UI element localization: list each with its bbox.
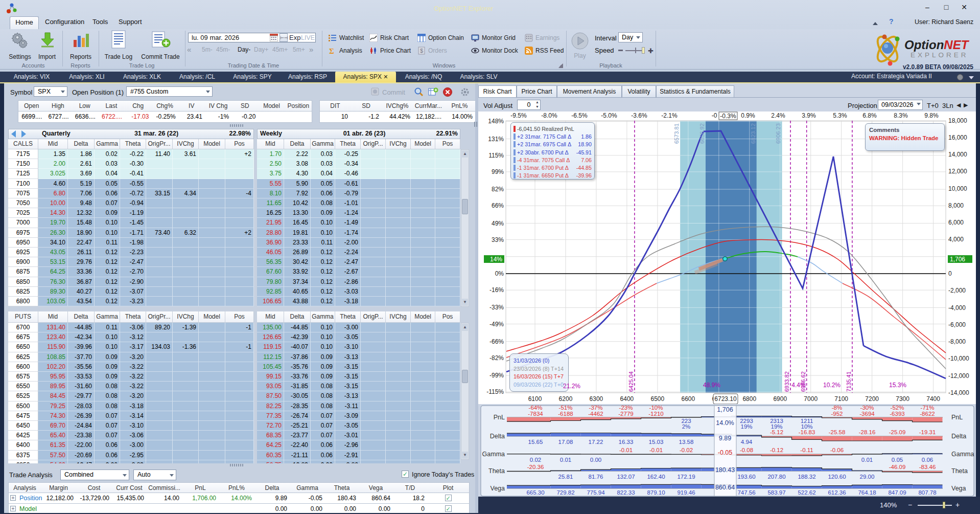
svg-text:Delta: Delta	[951, 433, 966, 440]
svg-text:-10%: -10%	[649, 405, 663, 411]
svg-text:6.8%: 6.8%	[862, 112, 877, 119]
svg-text:17.08: 17.08	[558, 439, 573, 445]
svg-text:-8.0%: -8.0%	[541, 112, 557, 119]
svg-text:879.10: 879.10	[647, 489, 665, 496]
svg-text:Gamma: Gamma	[951, 451, 974, 458]
svg-text:25.81: 25.81	[558, 474, 573, 480]
svg-text:-30%: -30%	[860, 405, 874, 411]
svg-text:-33%: -33%	[489, 304, 504, 311]
svg-text:115%: 115%	[488, 152, 504, 159]
svg-text:6300: 6300	[590, 395, 603, 403]
svg-text:10.2%: 10.2%	[823, 382, 841, 389]
svg-text:6573.81: 6573.81	[673, 123, 680, 144]
svg-text:Σ: Σ	[329, 47, 334, 55]
svg-text:-4462: -4462	[588, 411, 603, 417]
svg-text:6500: 6500	[651, 395, 665, 403]
svg-text:-99%: -99%	[489, 372, 504, 379]
svg-text:Theta: Theta	[951, 467, 968, 475]
svg-text:-10,000: -10,000	[948, 355, 969, 362]
svg-text:0.01: 0.01	[861, 457, 873, 463]
svg-text:14%: 14%	[490, 256, 502, 263]
svg-text:4.94: 4.94	[741, 439, 753, 445]
svg-text:Vega: Vega	[951, 485, 966, 492]
svg-text:-20.36: -20.36	[527, 464, 544, 470]
svg-text:-6188: -6188	[558, 411, 573, 417]
svg-text:747.56: 747.56	[737, 489, 755, 496]
svg-text:14.0%: 14.0%	[716, 419, 734, 427]
svg-text:-25.09: -25.09	[889, 429, 906, 435]
svg-text:-64%: -64%	[529, 405, 543, 411]
svg-text:775.94: 775.94	[587, 489, 605, 496]
svg-text:8,000: 8,000	[948, 202, 964, 209]
svg-text:-0.3%: -0.3%	[720, 113, 736, 120]
svg-text:-2779: -2779	[618, 411, 633, 417]
svg-text:0.01: 0.01	[560, 457, 571, 463]
svg-text:-8%: -8%	[832, 405, 842, 411]
svg-text:12,000: 12,000	[948, 168, 967, 175]
svg-text:-19.31: -19.31	[919, 429, 936, 435]
svg-text:14,000: 14,000	[948, 151, 967, 158]
svg-text:-4,000: -4,000	[948, 304, 966, 311]
svg-text:-23%: -23%	[619, 405, 633, 411]
svg-text:-8,000: -8,000	[948, 338, 966, 345]
svg-text:665.30: 665.30	[526, 489, 544, 496]
svg-text:-0.02: -0.02	[680, 447, 693, 453]
svg-text:207.80: 207.80	[767, 474, 785, 480]
svg-text:-51%: -51%	[559, 405, 573, 411]
svg-text:18,000: 18,000	[948, 117, 967, 124]
svg-text:48.9%: 48.9%	[703, 382, 720, 389]
svg-text:6723.10: 6723.10	[714, 395, 737, 403]
svg-text:-1210: -1210	[648, 411, 663, 417]
svg-text:-6.5%: -6.5%	[571, 112, 588, 119]
svg-text:729.82: 729.82	[556, 489, 574, 496]
svg-text:-28.16: -28.16	[859, 429, 876, 435]
svg-text:2.4%: 2.4%	[771, 112, 785, 119]
svg-text:-0.01: -0.01	[649, 447, 663, 453]
svg-text:-83.46: -83.46	[919, 464, 936, 470]
svg-text:PnL: PnL	[951, 414, 963, 421]
svg-text:583.97: 583.97	[767, 489, 785, 496]
svg-text:-6393: -6393	[890, 411, 904, 417]
svg-text:81.76: 81.76	[589, 474, 603, 480]
svg-text:3.9%: 3.9%	[802, 112, 816, 119]
svg-text:7000: 7000	[804, 395, 818, 403]
svg-text:0.00: 0.00	[590, 457, 601, 463]
svg-text:6425.04: 6425.04	[628, 371, 634, 392]
svg-text:-6,000: -6,000	[948, 321, 966, 328]
svg-text:66%: 66%	[492, 202, 504, 209]
svg-text:6823.12: 6823.12	[750, 123, 756, 144]
svg-text:6200: 6200	[559, 395, 573, 403]
svg-text:9.89: 9.89	[719, 435, 731, 442]
svg-text:-0.11: -0.11	[800, 447, 813, 453]
svg-text:0%: 0%	[495, 270, 504, 277]
svg-text:-5.0%: -5.0%	[601, 112, 617, 119]
svg-text:6,000: 6,000	[948, 219, 964, 226]
svg-text:-37%: -37%	[589, 405, 603, 411]
svg-text:17.22: 17.22	[589, 439, 603, 445]
svg-text:-952: -952	[831, 411, 843, 417]
svg-text:0.06: 0.06	[922, 457, 933, 463]
svg-text:7400: 7400	[926, 395, 940, 403]
svg-text:860.64: 860.64	[715, 484, 735, 491]
svg-text:-82%: -82%	[489, 354, 504, 362]
svg-text:6600: 6600	[681, 395, 695, 403]
svg-text:6656.92: 6656.92	[699, 123, 705, 144]
svg-text:29.00: 29.00	[860, 474, 875, 480]
svg-text:7200: 7200	[865, 395, 879, 403]
svg-text:16.33: 16.33	[619, 439, 634, 445]
svg-text:193.60: 193.60	[737, 474, 755, 480]
svg-text:132.07: 132.07	[617, 474, 635, 480]
svg-text:847.09: 847.09	[888, 489, 906, 496]
svg-text:180.43: 180.43	[715, 466, 735, 474]
svg-text:15.03: 15.03	[649, 439, 664, 445]
svg-text:0.02: 0.02	[530, 457, 541, 463]
svg-text:99%: 99%	[492, 168, 504, 175]
svg-text:-8622: -8622	[920, 411, 935, 417]
svg-text:PnL: PnL	[494, 414, 505, 421]
svg-text:Delta: Delta	[490, 433, 505, 440]
svg-text:162.40: 162.40	[647, 474, 665, 480]
svg-text:-66%: -66%	[489, 338, 504, 345]
svg-text:82%: 82%	[492, 186, 504, 193]
svg-text:6400: 6400	[620, 395, 634, 403]
svg-text:2%: 2%	[682, 423, 691, 430]
